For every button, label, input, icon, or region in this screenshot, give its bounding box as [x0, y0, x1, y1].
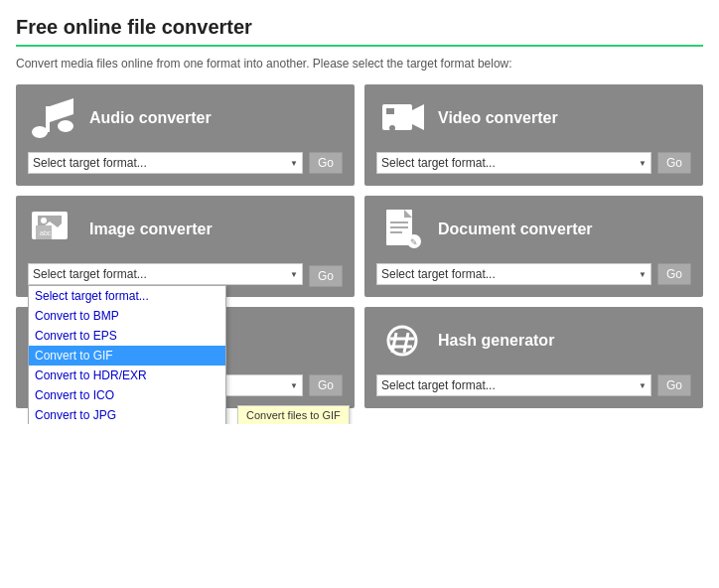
- image-card-title: Image converter: [89, 220, 213, 238]
- svg-text:✎: ✎: [410, 237, 418, 247]
- audio-format-select[interactable]: Select target format...: [28, 152, 303, 174]
- document-card-title: Document converter: [438, 220, 593, 238]
- hash-go-button[interactable]: Go: [657, 374, 691, 396]
- image-go-button[interactable]: Go: [309, 265, 343, 287]
- hash-select-wrapper: Select target format...: [376, 374, 651, 396]
- dropdown-item-hdr[interactable]: Convert to HDR/EXR: [29, 366, 225, 385]
- svg-rect-4: [382, 104, 412, 130]
- video-go-button[interactable]: Go: [657, 152, 691, 174]
- svg-point-3: [58, 120, 73, 132]
- image-select-wrapper: Select target format...: [28, 263, 303, 285]
- svg-line-27: [404, 333, 408, 353]
- document-format-select[interactable]: Select target format...: [376, 263, 651, 285]
- hash-card-controls: Select target format... Go: [376, 374, 691, 396]
- page-title: Free online file converter: [16, 16, 703, 39]
- audio-go-button[interactable]: Go: [309, 152, 343, 174]
- dropdown-item-bmp[interactable]: Convert to BMP: [29, 306, 225, 326]
- svg-line-26: [392, 333, 396, 353]
- page-subtitle: Convert media files online from one form…: [16, 57, 703, 71]
- title-divider: [16, 45, 703, 47]
- svg-marker-2: [50, 98, 73, 122]
- audio-select-wrapper: Select target format...: [28, 152, 303, 174]
- video-icon: [376, 94, 428, 142]
- converter-grid: Audio converter Select target format... …: [16, 84, 703, 408]
- dropdown-item-gif[interactable]: Convert to GIF: [29, 346, 225, 366]
- audio-card: Audio converter Select target format... …: [16, 84, 355, 186]
- dropdown-item-placeholder[interactable]: Select target format...: [29, 286, 225, 306]
- dropdown-item-jpg[interactable]: Convert to JPG: [29, 405, 225, 424]
- hash-icon: [376, 317, 428, 365]
- svg-rect-16: [390, 221, 408, 223]
- image-icon: abc: [28, 206, 79, 253]
- video-card-title: Video converter: [438, 109, 558, 127]
- svg-rect-6: [386, 108, 394, 114]
- document-card-header: ✎ Document converter: [376, 206, 691, 253]
- hash-card: Hash generator Select target format... G…: [364, 307, 703, 408]
- video-format-select[interactable]: Select target format...: [376, 152, 651, 174]
- hash-card-header: Hash generator: [376, 317, 691, 365]
- image-card-row: Select target format... Select target fo…: [28, 263, 343, 287]
- video-card: Video converter Select target format... …: [364, 84, 703, 186]
- video-card-header: Video converter: [376, 94, 691, 142]
- svg-point-7: [389, 125, 395, 131]
- image-format-dropdown: Select target format... Convert to BMP C…: [28, 285, 226, 424]
- video-select-wrapper: Select target format...: [376, 152, 651, 174]
- audio-card-controls: Select target format... Go: [28, 152, 343, 174]
- svg-rect-18: [390, 231, 402, 233]
- svg-marker-5: [412, 104, 424, 130]
- hash-card-title: Hash generator: [438, 332, 554, 350]
- dropdown-item-ico[interactable]: Convert to ICO: [29, 385, 225, 405]
- dropdown-item-eps[interactable]: Convert to EPS: [29, 326, 225, 346]
- audio-icon: [28, 94, 79, 142]
- svg-text:abc: abc: [40, 229, 52, 236]
- svg-point-0: [32, 126, 48, 138]
- document-go-button[interactable]: Go: [657, 263, 691, 285]
- document-select-wrapper: Select target format...: [376, 263, 651, 285]
- audio-card-header: Audio converter: [28, 94, 343, 142]
- gif-tooltip: Convert files to GIF: [237, 405, 350, 424]
- audio-card-title: Audio converter: [89, 109, 212, 127]
- svg-rect-1: [46, 106, 50, 132]
- document-card-controls: Select target format... Go: [376, 263, 691, 285]
- hash-format-select[interactable]: Select target format...: [376, 374, 651, 396]
- video-card-controls: Select target format... Go: [376, 152, 691, 174]
- document-card: ✎ Document converter Select target forma…: [364, 196, 703, 297]
- svg-rect-17: [390, 226, 408, 228]
- document-icon: ✎: [376, 206, 428, 253]
- archive-go-button[interactable]: Go: [309, 374, 343, 396]
- image-card-header: abc Image converter: [28, 206, 343, 253]
- image-card: abc Image converter Select target format…: [16, 196, 355, 297]
- image-dropdown-container: Select target format... Select target fo…: [28, 263, 303, 285]
- svg-point-10: [41, 218, 47, 223]
- image-format-select[interactable]: Select target format...: [28, 263, 303, 285]
